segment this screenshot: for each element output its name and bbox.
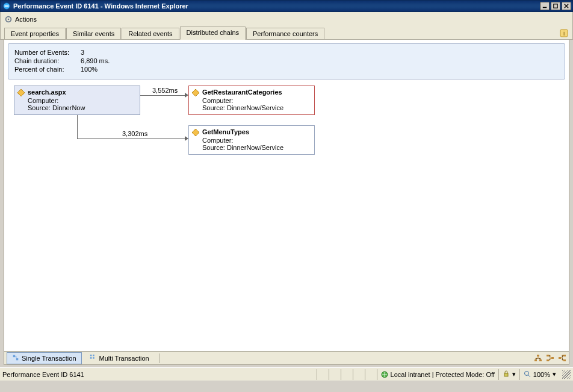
edge-line (77, 138, 187, 139)
chain-canvas: 3,552ms 3,302ms search.aspx Computer: So… (8, 83, 565, 324)
status-cell-empty (329, 369, 341, 380)
edge-label: 3,552ms (152, 87, 178, 94)
summary-row-percent: Percent of chain: 100% (14, 66, 559, 73)
svg-rect-7 (13, 355, 15, 356)
svg-rect-12 (93, 357, 94, 359)
svg-rect-17 (547, 359, 549, 361)
maximize-button[interactable] (551, 2, 560, 10)
window-controls (540, 2, 571, 10)
event-icon (17, 89, 25, 97)
tab-similar-events[interactable]: Similar events (66, 28, 121, 39)
chain-node-getrestaurantcategories[interactable]: GetRestaurantCategories Computer: Source… (188, 86, 315, 115)
edge-line (77, 114, 78, 138)
status-cell-empty (317, 369, 329, 380)
close-button[interactable] (562, 2, 571, 10)
node-title: GetRestaurantCategories (202, 89, 311, 96)
event-icon (191, 128, 200, 137)
intranet-icon (381, 371, 388, 378)
chain-node-getmenutypes[interactable]: GetMenuTypes Computer: Source: DinnerNow… (188, 125, 315, 155)
edge-line (140, 95, 187, 96)
svg-point-24 (524, 371, 528, 375)
zoom-value: 100% (533, 371, 550, 378)
summary-row-duration: Chain duration: 6,890 ms. (14, 57, 559, 64)
transaction-icon (12, 354, 19, 362)
status-bar: Performance Event ID 6141 Local intranet… (0, 367, 573, 381)
tab-distributed-chains[interactable]: Distributed chains (180, 26, 246, 40)
svg-rect-18 (551, 357, 554, 359)
svg-rect-21 (563, 359, 566, 361)
svg-rect-15 (539, 359, 542, 361)
minimize-button[interactable] (540, 2, 550, 10)
layout-icons (534, 354, 566, 362)
node-source: Source: DinnerNow (28, 104, 136, 111)
lock-icon (503, 370, 510, 379)
node-computer: Computer: (202, 97, 311, 104)
svg-text:i: i (563, 30, 565, 37)
svg-rect-8 (16, 358, 18, 359)
tree-layout-1-icon[interactable] (534, 354, 542, 362)
node-computer: Computer: (28, 97, 136, 104)
svg-rect-23 (504, 373, 508, 376)
resize-grip[interactable] (562, 370, 571, 379)
status-zone[interactable]: Local intranet | Protected Mode: Off (377, 369, 498, 380)
svg-rect-1 (543, 7, 547, 8)
tree-layout-2-icon[interactable] (546, 354, 554, 362)
multi-transaction-button[interactable]: Multi Transaction (84, 352, 155, 364)
node-source: Source: DinnerNow/Service (202, 144, 311, 151)
node-title: GetMenuTypes (202, 128, 311, 135)
single-transaction-button[interactable]: Single Transaction (7, 352, 82, 364)
svg-point-4 (8, 19, 10, 20)
tree-layout-3-icon[interactable] (558, 354, 566, 362)
transaction-icon (90, 354, 97, 362)
window-title: Performance Event ID 6141 - Windows Inte… (13, 2, 540, 10)
node-source: Source: DinnerNow/Service (202, 104, 311, 111)
actions-toolbar: Actions (0, 12, 573, 26)
status-cell-empty (341, 369, 353, 380)
window-titlebar: Performance Event ID 6141 - Windows Inte… (0, 0, 573, 12)
chain-node-search[interactable]: search.aspx Computer: Source: DinnerNow (14, 86, 140, 115)
svg-rect-13 (537, 355, 539, 356)
svg-rect-16 (547, 355, 549, 356)
svg-rect-10 (93, 354, 94, 356)
dropdown-icon: ▾ (512, 370, 516, 378)
dropdown-icon: ▾ (553, 370, 556, 378)
svg-rect-19 (559, 357, 561, 359)
svg-rect-14 (534, 359, 537, 361)
node-title: search.aspx (28, 89, 136, 96)
status-cell-empty (365, 369, 377, 380)
help-icon[interactable]: i (559, 28, 569, 38)
actions-label[interactable]: Actions (15, 16, 37, 23)
actions-icon (4, 15, 13, 23)
summary-row-events: Number of Events: 3 (14, 49, 559, 56)
edge-label: 3,302ms (122, 130, 147, 137)
mode-bar: Single Transaction Multi Transaction (4, 351, 569, 364)
svg-rect-9 (90, 354, 91, 356)
tab-performance-counters[interactable]: Performance counters (246, 28, 324, 39)
tab-event-properties[interactable]: Event properties (4, 28, 66, 39)
divider (160, 353, 160, 363)
node-computer: Computer: (202, 137, 311, 144)
ie-icon (2, 2, 11, 10)
tab-related-events[interactable]: Related events (122, 28, 179, 39)
svg-rect-2 (554, 4, 557, 8)
svg-rect-11 (90, 357, 91, 359)
zoom-icon (524, 370, 531, 379)
summary-box: Number of Events: 3 Chain duration: 6,89… (8, 43, 565, 79)
status-cell-empty (353, 369, 365, 380)
status-left-text: Performance Event ID 6141 (2, 371, 90, 378)
zoom-selector[interactable]: 100% ▾ (519, 369, 560, 380)
status-security[interactable]: ▾ (498, 369, 519, 380)
tab-bar: Event properties Similar events Related … (0, 26, 573, 40)
event-icon (191, 89, 200, 97)
svg-rect-20 (563, 355, 566, 356)
content-pane: Number of Events: 3 Chain duration: 6,89… (4, 40, 569, 365)
